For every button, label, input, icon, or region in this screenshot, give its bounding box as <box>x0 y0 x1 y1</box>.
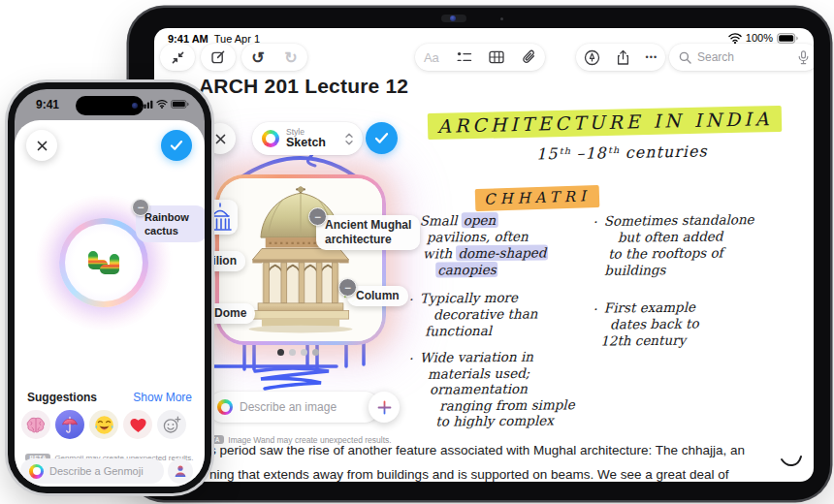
chevron-updown-icon <box>345 133 353 145</box>
suggestion-umbrella[interactable] <box>55 410 84 439</box>
battery-icon <box>171 100 189 109</box>
genmoji-sparkle-icon <box>29 464 44 479</box>
check-icon <box>170 140 183 151</box>
iphone-status-right <box>141 100 189 109</box>
ipad-screen: 9:41 AMTue Apr 1 100% ↺ ↻ Aa <box>154 28 814 482</box>
style-rainbow-icon <box>262 130 279 147</box>
style-picker[interactable]: Style Sketch <box>252 122 363 155</box>
genmoji-prompt-remove[interactable]: − <box>132 199 149 216</box>
ipad-camera-lens <box>450 16 456 21</box>
stage: 9:41 AMTue Apr 1 100% ↺ ↻ Aa <box>0 0 834 504</box>
page-dot[interactable] <box>289 349 296 356</box>
show-more-link[interactable]: Show More <box>133 391 192 404</box>
genmoji-sheet: Rainbow cactus − Suggestions Show More <box>15 120 205 487</box>
image-wand-input[interactable]: Describe an image <box>208 392 380 423</box>
page-dot[interactable] <box>312 349 319 356</box>
suggestion-brain[interactable] <box>21 410 50 439</box>
close-icon <box>214 133 227 145</box>
genmoji-input[interactable]: Describe a Genmoji <box>20 458 164 484</box>
umbrella-genmoji <box>61 416 79 434</box>
tag-dome[interactable]: Dome <box>206 303 255 324</box>
dynamic-island <box>76 96 144 115</box>
iphone-screen: 9:41 <box>15 89 205 487</box>
tag-ancient-mughal-remove[interactable]: − <box>308 207 327 226</box>
suggestion-add-emoji[interactable] <box>157 410 186 439</box>
wifi-icon <box>156 100 168 109</box>
genmoji-confirm-button[interactable] <box>161 130 192 161</box>
image-page-dots[interactable] <box>277 349 319 356</box>
iphone-device: 9:41 <box>8 82 211 493</box>
wand-confirm-button[interactable] <box>366 122 398 154</box>
heart-emoji <box>129 417 147 433</box>
add-image-button[interactable] <box>369 392 400 423</box>
ipad-device: 9:41 AMTue Apr 1 100% ↺ ↻ Aa <box>129 8 830 500</box>
page-dot[interactable] <box>301 349 307 356</box>
note-body-text: s period saw the rise of another feature… <box>209 438 745 482</box>
check-icon <box>374 132 389 144</box>
people-genmoji-button[interactable] <box>168 458 193 484</box>
close-icon <box>36 140 48 152</box>
suggestion-heart[interactable] <box>123 410 152 439</box>
suggestions-title: Suggestions <box>27 391 97 404</box>
suggestion-laughing[interactable] <box>89 410 118 439</box>
tag-ancient-mughal[interactable]: Ancient Mughalarchitecture <box>316 215 420 250</box>
plus-icon <box>377 400 392 415</box>
laughing-emoji <box>94 415 114 435</box>
genmoji-close-button[interactable] <box>26 130 57 161</box>
style-value: Sketch <box>286 137 338 149</box>
add-emoji-icon <box>162 416 181 434</box>
signal-icon <box>141 100 153 109</box>
front-camera-dot <box>132 103 138 109</box>
iphone-time: 9:41 <box>36 98 59 111</box>
person-icon <box>174 464 187 478</box>
page-dot-active[interactable] <box>277 349 284 356</box>
image-wand-sparkle-icon <box>217 399 233 415</box>
tag-column-remove[interactable]: − <box>338 278 357 297</box>
ipad-mic-dot <box>500 17 503 20</box>
brain-emoji <box>26 417 46 433</box>
image-wand-placeholder: Describe an image <box>240 400 337 414</box>
rainbow-cactus-genmoji <box>82 238 125 287</box>
genmoji-placeholder: Describe a Genmoji <box>49 465 144 477</box>
